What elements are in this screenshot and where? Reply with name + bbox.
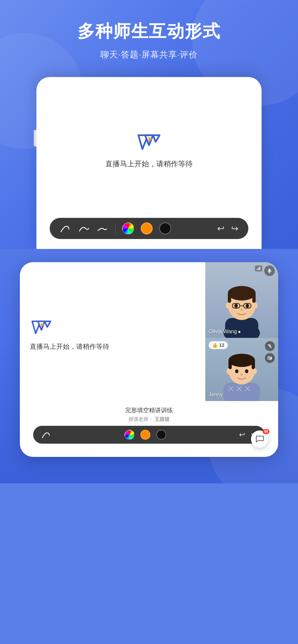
- svg-rect-27: [260, 267, 260, 270]
- like-badge: 👍 12: [209, 341, 228, 349]
- camera-button[interactable]: [265, 353, 275, 363]
- phone-mockup-wrapper: 直播马上开始，请稍作等待: [0, 77, 298, 249]
- camera-icon: [268, 356, 272, 360]
- teacher-mic-icon[interactable]: [264, 265, 275, 276]
- svg-rect-21: [269, 269, 271, 271]
- svg-point-43: [226, 368, 230, 374]
- svg-point-20: [254, 302, 258, 308]
- mic-icon: [267, 268, 272, 273]
- redo-button[interactable]: ↪: [231, 223, 238, 234]
- color-picker-orange[interactable]: [141, 222, 153, 234]
- svg-rect-38: [228, 360, 232, 369]
- signal-indicator: [255, 265, 262, 271]
- like-count: 12: [219, 342, 224, 348]
- phone-mockup-1: 直播马上开始，请稍作等待: [36, 77, 262, 249]
- hero-subtitle: 聊天·答题·屏幕共享·评价: [0, 49, 298, 60]
- svg-point-41: [245, 369, 248, 373]
- teacher-label: 授课老师：: [128, 416, 153, 422]
- video-controls: [265, 341, 275, 363]
- svg-rect-24: [257, 269, 257, 270]
- svg-rect-26: [259, 267, 259, 270]
- w-logo-small: [30, 319, 53, 336]
- bottom-spacer: [0, 457, 298, 483]
- toolbar-divider: [115, 223, 116, 233]
- teacher-name-label: Olivia Wang: [209, 329, 240, 335]
- svg-marker-4: [38, 321, 51, 330]
- color-picker-black[interactable]: [159, 222, 171, 234]
- student-name-label: Jenny: [209, 392, 223, 398]
- chat-badge: 99: [263, 429, 270, 434]
- svg-point-44: [253, 368, 257, 374]
- mute-icon: [268, 344, 272, 348]
- pen-tool-2[interactable]: [78, 224, 90, 233]
- svg-point-40: [235, 369, 238, 373]
- svg-point-16: [234, 304, 238, 308]
- mute-button[interactable]: [265, 341, 275, 351]
- chat-fab[interactable]: 99: [251, 430, 268, 448]
- pen-tool-single[interactable]: [41, 430, 52, 439]
- drawing-toolbar-1: ↩ ↪: [50, 218, 248, 239]
- color-picker-orange-2[interactable]: [140, 430, 150, 440]
- video-panels: Olivia Wang: [205, 262, 278, 401]
- waiting-text-1: 直播马上开始，请稍作等待: [105, 159, 193, 169]
- svg-point-10: [228, 286, 256, 301]
- undo-button[interactable]: ↩: [217, 223, 224, 234]
- phone-content-area: 直播马上开始，请稍作等待: [50, 90, 248, 218]
- main-content-area: 直播马上开始，请稍作等待: [20, 262, 278, 401]
- phone-inner: 直播马上开始，请稍作等待: [20, 262, 278, 457]
- svg-rect-7: [225, 318, 258, 338]
- course-teacher-row: 授课老师： 王甜甜: [30, 416, 268, 423]
- pen-tool-3[interactable]: [97, 224, 109, 233]
- phone-mockup-2: 直播马上开始，请稍作等待: [20, 262, 278, 457]
- like-icon: 👍: [212, 342, 218, 348]
- undo-button-2[interactable]: ↩: [239, 430, 245, 439]
- toolbar-wrapper: ↩ ↪ 99: [20, 426, 278, 457]
- svg-point-37: [228, 354, 255, 367]
- chat-icon: [255, 435, 264, 443]
- hero-title: 多种师生互动形式: [0, 20, 298, 43]
- color-picker-multicolor[interactable]: [122, 222, 134, 234]
- bottom-section: 直播马上开始，请稍作等待: [0, 249, 298, 483]
- pen-tool-1[interactable]: [60, 224, 72, 233]
- svg-rect-28: [224, 383, 260, 401]
- svg-point-17: [246, 304, 249, 308]
- student-video-panel: 👍 12: [205, 338, 278, 401]
- course-title: 完形填空精讲训练: [30, 406, 268, 414]
- svg-point-42: [240, 374, 243, 376]
- top-section: 多种师生互动形式 聊天·答题·屏幕共享·评价 直播马上开始，请稍作等待: [0, 0, 298, 249]
- color-picker-black-2[interactable]: [156, 430, 166, 440]
- svg-rect-12: [252, 293, 256, 303]
- color-picker-multicolor-2[interactable]: [124, 430, 134, 440]
- signal-icon: [257, 267, 261, 270]
- teacher-video-panel: Olivia Wang: [205, 262, 278, 338]
- drawing-toolbar-2: ↩ ↪: [33, 426, 265, 444]
- course-info-area: 完形填空精讲训练 授课老师： 王甜甜: [20, 401, 278, 426]
- svg-rect-39: [252, 360, 255, 369]
- svg-rect-11: [228, 293, 231, 303]
- bottom-phone-mockup-wrapper: 直播马上开始，请稍作等待: [0, 262, 298, 457]
- svg-point-19: [226, 302, 230, 308]
- svg-rect-25: [258, 268, 258, 270]
- w-logo: [136, 133, 162, 152]
- svg-marker-1: [145, 135, 160, 145]
- phone-side-button: [34, 130, 36, 146]
- student-avatar: [215, 345, 268, 401]
- teacher-name-value: 王甜甜: [155, 416, 170, 422]
- svg-point-18: [240, 309, 243, 311]
